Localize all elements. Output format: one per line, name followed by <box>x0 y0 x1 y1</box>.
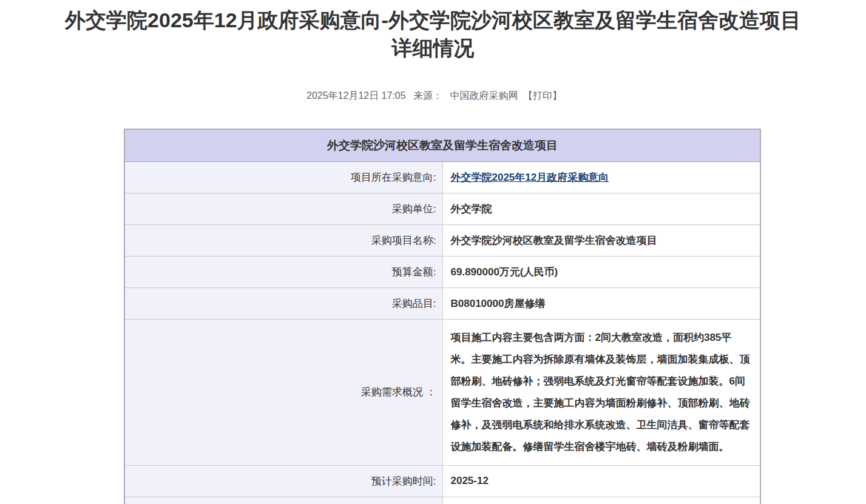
row-label-requirement: 采购需求概况 ： <box>124 319 442 465</box>
table-title: 外交学院沙河校区教室及留学生宿舍改造项目 <box>124 129 760 161</box>
intention-link[interactable]: 外交学院2025年12月政府采购意向 <box>451 172 609 183</box>
meta-source-label: 来源： <box>413 90 442 101</box>
table-row-project-name: 采购项目名称: 外交学院沙河校区教室及留学生宿舍改造项目 <box>124 224 760 256</box>
page-title-line1: 外交学院2025年12月政府采购意向-外交学院沙河校区教室及留学生宿舍改造项目 <box>0 6 866 34</box>
table-row-category: 采购品目: B08010000房屋修缮 <box>124 287 760 319</box>
row-label-project-name: 采购项目名称: <box>124 224 442 256</box>
row-value-intention: 外交学院2025年12月政府采购意向 <box>442 161 760 193</box>
table-row-budget: 预算金额: 69.890000万元(人民币) <box>124 256 760 287</box>
table-row-intention: 项目所在采购意向: 外交学院2025年12月政府采购意向 <box>124 161 760 193</box>
detail-table-container: 外交学院沙河校区教室及留学生宿舍改造项目 项目所在采购意向: 外交学院2025年… <box>124 129 761 504</box>
row-label-budget: 预算金额: <box>124 256 442 287</box>
row-value-budget: 69.890000万元(人民币) <box>442 256 760 287</box>
row-value-remark <box>442 497 760 504</box>
row-label-remark: 备注: <box>124 497 442 504</box>
row-value-requirement: 项目施工内容主要包含两方面：2间大教室改造，面积约385平米。主要施工内容为拆除… <box>442 319 760 465</box>
meta-line: 2025年12月12日 17:05 来源： 中国政府采购网 【打印】 <box>0 90 866 102</box>
table-row-purchaser: 采购单位: 外交学院 <box>124 193 760 224</box>
meta-datetime: 2025年12月12日 17:05 <box>306 90 406 101</box>
row-label-expected-time: 预计采购时间: <box>124 465 442 497</box>
row-value-purchaser: 外交学院 <box>442 193 760 224</box>
print-button[interactable]: 【打印】 <box>523 90 562 101</box>
table-header-row: 外交学院沙河校区教室及留学生宿舍改造项目 <box>124 129 760 161</box>
row-label-purchaser: 采购单位: <box>124 193 442 224</box>
row-value-expected-time: 2025-12 <box>442 465 760 497</box>
table-row-expected-time: 预计采购时间: 2025-12 <box>124 465 760 497</box>
procurement-detail-table: 外交学院沙河校区教室及留学生宿舍改造项目 项目所在采购意向: 外交学院2025年… <box>124 129 761 504</box>
row-value-category: B08010000房屋修缮 <box>442 287 760 319</box>
page-title-line2: 详细情况 <box>0 34 866 62</box>
table-row-requirement: 采购需求概况 ： 项目施工内容主要包含两方面：2间大教室改造，面积约385平米。… <box>124 319 760 465</box>
meta-source-name: 中国政府采购网 <box>450 90 518 101</box>
table-row-remark: 备注: <box>124 497 760 504</box>
row-label-category: 采购品目: <box>124 287 442 319</box>
row-value-project-name: 外交学院沙河校区教室及留学生宿舍改造项目 <box>442 224 760 256</box>
row-label-intention: 项目所在采购意向: <box>124 161 442 193</box>
page: 外交学院2025年12月政府采购意向-外交学院沙河校区教室及留学生宿舍改造项目 … <box>0 0 866 504</box>
page-title: 外交学院2025年12月政府采购意向-外交学院沙河校区教室及留学生宿舍改造项目 … <box>0 0 866 62</box>
